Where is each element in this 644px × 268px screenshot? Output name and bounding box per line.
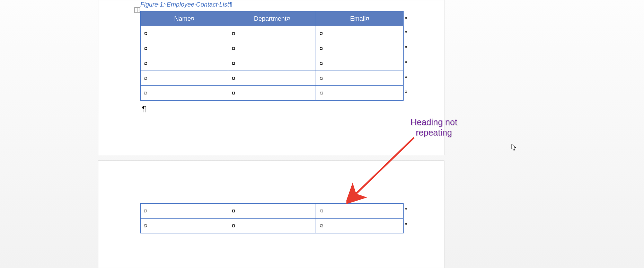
table-cell[interactable]: ¤ xyxy=(228,219,316,233)
table-cell[interactable]: ¤ xyxy=(316,86,404,101)
table-header-row[interactable]: Name¤ Department¤ Email¤ xyxy=(141,11,404,26)
table-row[interactable]: ¤ ¤ ¤ xyxy=(141,71,404,86)
table-cell[interactable]: ¤ xyxy=(141,41,228,56)
table-row[interactable]: ¤ ¤ ¤ xyxy=(141,41,404,56)
table-cell[interactable]: ¤ xyxy=(316,219,404,233)
table-row[interactable]: ¤ ¤ ¤ xyxy=(141,204,404,219)
table-cell[interactable]: ¤ xyxy=(228,86,316,101)
paragraph-mark[interactable]: ¶ xyxy=(142,104,146,113)
table-cell[interactable]: ¤ xyxy=(141,56,228,71)
table-cell[interactable]: ¤ xyxy=(316,71,404,86)
annotation-line1: Heading not xyxy=(411,117,457,127)
table-cell[interactable]: ¤ xyxy=(141,204,228,219)
row-end-mark: ¤ xyxy=(405,59,407,65)
row-end-mark: ¤ xyxy=(405,221,407,227)
header-department[interactable]: Department¤ xyxy=(228,11,316,26)
table-cell[interactable]: ¤ xyxy=(316,26,404,41)
table-cell[interactable]: ¤ xyxy=(228,56,316,71)
row-end-mark: ¤ xyxy=(405,44,407,50)
table-cell[interactable]: ¤ xyxy=(228,26,316,41)
row-end-mark: ¤ xyxy=(405,15,407,21)
table-cell[interactable]: ¤ xyxy=(141,86,228,101)
figure-caption[interactable]: Figure·1:·Employee·Contact·List¶ xyxy=(140,1,232,8)
table-row[interactable]: ¤ ¤ ¤ xyxy=(141,86,404,101)
employee-table-page2[interactable]: ¤ ¤ ¤ ¤ ¤ ¤ xyxy=(140,203,404,233)
row-end-mark: ¤ xyxy=(405,74,407,80)
table-cell[interactable]: ¤ xyxy=(141,71,228,86)
row-end-mark: ¤ xyxy=(405,29,407,35)
mouse-cursor-icon xyxy=(511,144,517,153)
table-cell[interactable]: ¤ xyxy=(141,219,228,233)
employee-table-page1[interactable]: Name¤ Department¤ Email¤ ¤ ¤ ¤ ¤ ¤ ¤ ¤ ¤… xyxy=(140,11,404,101)
table-cell[interactable]: ¤ xyxy=(316,56,404,71)
table-anchor-icon[interactable] xyxy=(134,7,140,13)
header-name[interactable]: Name¤ xyxy=(141,11,228,26)
row-end-mark: ¤ xyxy=(405,206,407,212)
table-cell[interactable]: ¤ xyxy=(228,71,316,86)
table-cell[interactable]: ¤ xyxy=(141,26,228,41)
table-row[interactable]: ¤ ¤ ¤ xyxy=(141,26,404,41)
header-email[interactable]: Email¤ xyxy=(316,11,404,26)
row-end-mark: ¤ xyxy=(405,89,407,94)
annotation-label: Heading not repeating xyxy=(411,117,457,138)
table-cell[interactable]: ¤ xyxy=(228,41,316,56)
table-row[interactable]: ¤ ¤ ¤ xyxy=(141,56,404,71)
table-row[interactable]: ¤ ¤ ¤ xyxy=(141,219,404,233)
annotation-line2: repeating xyxy=(416,128,452,137)
table-cell[interactable]: ¤ xyxy=(316,41,404,56)
table-cell[interactable]: ¤ xyxy=(228,204,316,219)
table-cell[interactable]: ¤ xyxy=(316,204,404,219)
